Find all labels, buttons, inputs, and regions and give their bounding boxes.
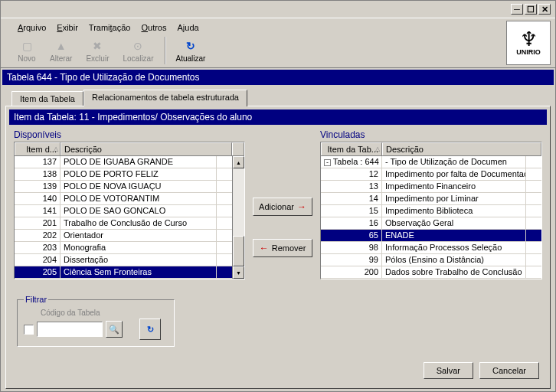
app-window: ─ ☐ ✕ Arquivo Exibir Tramitação Outros A… — [0, 0, 556, 392]
minimize-button[interactable]: ─ — [511, 4, 523, 15]
minimize-icon: ─ — [514, 5, 520, 14]
cell-desc: Dados sobre Trabalho de Conclusão — [382, 266, 526, 278]
panel-disponiveis: Disponíveis Item d...△ Descrição 137POLO… — [14, 129, 245, 279]
cell-id: 203 — [15, 242, 61, 253]
tab-content: Item da Tabela: 11 - Impedimentos/ Obser… — [5, 106, 551, 389]
cell-id: 138 — [15, 168, 61, 180]
scroll-track[interactable] — [233, 168, 244, 266]
salvar-button[interactable]: Salvar — [424, 362, 473, 379]
tab-item[interactable]: Item da Tabela — [11, 91, 83, 106]
footer-buttons: Salvar Cancelar — [424, 362, 539, 379]
filter-search-button[interactable]: 🔍 — [106, 321, 123, 338]
table-row[interactable]: 204Dissertação — [15, 254, 244, 266]
col-header-id[interactable]: Item da Tab...△ — [321, 142, 382, 155]
cell-id: 200 — [321, 266, 382, 278]
table-row[interactable]: 141POLO DE SAO GONCALO — [15, 205, 244, 217]
cell-desc: Impedimento por falta de Documentação — [382, 168, 526, 180]
toolbar-alterar[interactable]: ▲ Alterar — [44, 37, 78, 64]
table-row[interactable]: 98Informação Processos Seleção — [321, 242, 541, 254]
toolbar-novo[interactable]: ▢ Novo — [11, 37, 42, 64]
cell-id: 139 — [15, 181, 61, 192]
menu-exibir[interactable]: Exibir — [52, 21, 83, 34]
close-button[interactable]: ✕ — [538, 4, 551, 15]
filter-field-label: Código da Tabela — [41, 309, 168, 317]
new-icon: ▢ — [19, 38, 34, 54]
cell-desc: POLO DE VOTORANTIM — [61, 193, 217, 204]
filter-checkbox[interactable] — [24, 325, 34, 335]
table-row[interactable]: 137POLO DE IGUABA GRANDE — [15, 156, 244, 168]
cell-desc: Orientador — [61, 230, 217, 241]
arrow-left-icon: ← — [260, 243, 269, 253]
toolbar-localizar[interactable]: ⊙ Localizar — [116, 37, 159, 64]
menu-ajuda[interactable]: Ajuda — [172, 21, 203, 34]
col-header-scroll — [232, 142, 244, 155]
filter-input[interactable] — [37, 322, 103, 337]
adicionar-button[interactable]: Adicionar → — [253, 198, 312, 216]
tab-relacionamentos[interactable]: Relacionamentos de tabela estruturada — [83, 90, 247, 106]
cell-id: 12 — [321, 168, 382, 180]
delete-icon: ✖ — [90, 38, 105, 54]
logo-icon: ♆ — [520, 30, 538, 48]
table-row[interactable]: 203Monografia — [15, 242, 244, 254]
col-header-desc[interactable]: Descrição — [61, 142, 232, 155]
maximize-button[interactable]: ☐ — [525, 4, 537, 15]
table-row[interactable]: 202Orientador — [15, 230, 244, 242]
tabs: Item da Tabela Relacionamentos de tabela… — [11, 90, 555, 106]
table-row[interactable]: 99Pólos (Ensino a Distância) — [321, 254, 541, 266]
filter-legend: Filtrar — [24, 295, 48, 304]
grid-disponiveis[interactable]: Item d...△ Descrição 137POLO DE IGUABA G… — [14, 142, 245, 279]
table-row[interactable]: 138POLO DE PORTO FELIZ — [15, 168, 244, 181]
toolbar: ▢ Novo ▲ Alterar ✖ Excluir ⊙ Localizar ↻… — [1, 35, 555, 68]
search-icon: 🔍 — [109, 325, 119, 335]
cell-id: 140 — [15, 193, 61, 204]
menu-outros[interactable]: Outros — [136, 21, 171, 34]
section-title: Item da Tabela: 11 - Impedimentos/ Obser… — [9, 109, 547, 125]
table-row[interactable]: 14Impedimento por Liminar — [321, 193, 541, 205]
table-row[interactable]: 13Impedimento Financeiro — [321, 181, 541, 193]
cell-desc: POLO DE NOVA IGUAÇU — [61, 181, 217, 192]
menu-tramitacao[interactable]: Tramitação — [84, 21, 136, 34]
table-row[interactable]: 140POLO DE VOTORANTIM — [15, 193, 244, 205]
toolbar-atualizar[interactable]: ↻ Atualizar — [170, 37, 212, 64]
table-row[interactable]: 139POLO DE NOVA IGUAÇU — [15, 181, 244, 193]
table-row[interactable]: 201Trabalho de Conclusão de Curso — [15, 217, 244, 230]
scroll-up-icon[interactable]: ▲ — [233, 156, 244, 168]
toolbar-excluir[interactable]: ✖ Excluir — [80, 37, 115, 64]
window-controls: ─ ☐ ✕ — [509, 4, 551, 15]
tree-group-row[interactable]: - Tabela : 644- Tipo de Utilização de Do… — [321, 156, 541, 168]
logo-text: UNIRIO — [516, 48, 541, 56]
remover-button[interactable]: ← Remover — [253, 239, 312, 257]
cell-id: 98 — [321, 242, 382, 253]
sort-asc-icon: △ — [375, 145, 380, 152]
table-row[interactable]: 65ENADE — [321, 230, 541, 242]
table-row[interactable]: 12Impedimento por falta de Documentação — [321, 168, 541, 181]
cell-desc: POLO DE PORTO FELIZ — [61, 168, 217, 180]
cell-desc: Ciência Sem Fronteiras — [61, 266, 217, 278]
cell-id: 15 — [321, 205, 382, 217]
refresh-icon: ↻ — [147, 325, 154, 335]
grid-header: Item d...△ Descrição — [15, 142, 244, 156]
cell-desc: Pólos (Ensino a Distância) — [382, 254, 526, 266]
table-row[interactable]: 200Dados sobre Trabalho de Conclusão — [321, 266, 541, 279]
cell-id: 16 — [321, 217, 382, 229]
scroll-thumb[interactable] — [233, 236, 244, 266]
scrollbar[interactable]: ▲ ▼ — [232, 156, 244, 279]
filter-refresh-button[interactable]: ↻ — [139, 318, 161, 340]
cell-desc: ENADE — [382, 230, 526, 241]
tree-toggle[interactable]: - Tabela : 644 — [321, 156, 382, 168]
table-row[interactable]: 205Ciência Sem Fronteiras — [15, 266, 244, 279]
cell-id: 205 — [15, 266, 61, 278]
col-header-desc[interactable]: Descrição — [382, 142, 541, 155]
cancelar-button[interactable]: Cancelar — [479, 362, 539, 379]
cell-id: 202 — [15, 230, 61, 241]
grid-vinculadas[interactable]: Item da Tab...△ Descrição - Tabela : 644… — [320, 142, 542, 279]
table-row[interactable]: 15Impedimento Biblioteca — [321, 205, 541, 217]
menu-arquivo[interactable]: Arquivo — [13, 21, 51, 34]
cell-desc: Trabalho de Conclusão de Curso — [61, 217, 217, 229]
grid-body: 137POLO DE IGUABA GRANDE138POLO DE PORTO… — [15, 156, 244, 279]
logo: ♆ UNIRIO — [506, 21, 551, 65]
table-row[interactable]: 16Observação Geral — [321, 217, 541, 230]
scroll-down-icon[interactable]: ▼ — [233, 266, 244, 279]
cell-id: 14 — [321, 193, 382, 204]
col-header-id[interactable]: Item d...△ — [15, 142, 61, 155]
